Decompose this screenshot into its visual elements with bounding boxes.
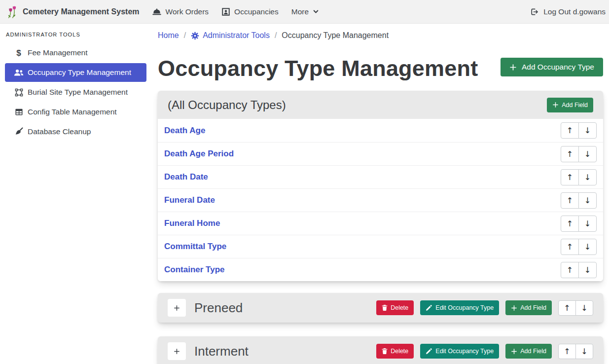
move-down-button[interactable]: ↓ <box>578 239 597 255</box>
move-down-button[interactable]: ↓ <box>578 192 597 209</box>
reorder-button-group: ↑↓ <box>561 169 597 185</box>
nav-item-label: More <box>291 7 309 16</box>
app-brand[interactable]: Cemetery Management System <box>7 5 140 19</box>
main-nav: Work OrdersOccupanciesMore <box>145 0 326 24</box>
sidebar-item-config-table-management[interactable]: Config Table Management <box>5 103 146 121</box>
sidebar-item-label: Config Table Management <box>28 108 117 116</box>
breadcrumb-item-administrator-tools[interactable]: Administrator Tools <box>191 31 270 40</box>
move-up-button[interactable]: ↑ <box>558 300 576 316</box>
sidebar-item-label: Burial Site Type Management <box>28 88 128 97</box>
move-down-button[interactable]: ↓ <box>578 122 597 139</box>
breadcrumb-item-home[interactable]: Home <box>158 31 179 40</box>
breadcrumb-item-occupancy-type-management: Occupancy Type Management <box>282 31 389 40</box>
reorder-button-group: ↑↓ <box>561 146 597 162</box>
delete-button[interactable]: Delete <box>376 300 414 315</box>
field-link-death-age[interactable]: Death Age <box>164 126 561 136</box>
nav-item-work-orders[interactable]: Work Orders <box>145 0 215 24</box>
sidebar-heading: ADMINISTRATOR TOOLS <box>0 24 150 43</box>
app-title: Cemetery Management System <box>23 7 140 16</box>
plus-icon-sm <box>511 348 517 355</box>
flower-logo-icon <box>7 5 18 19</box>
add-occupancy-type-button[interactable]: Add Occupancy Type <box>501 58 603 76</box>
page-title: Occupancy Type Management <box>158 56 478 81</box>
trash-icon <box>382 348 388 355</box>
logout-icon <box>530 7 539 16</box>
sidebar-item-fee-management[interactable]: $Fee Management <box>5 43 146 62</box>
sidebar-item-label: Fee Management <box>28 48 88 57</box>
field-link-funeral-date[interactable]: Funeral Date <box>164 195 561 205</box>
section-actions: DeleteEdit Occupancy TypeAdd Field↑↓ <box>376 300 593 316</box>
move-down-button[interactable]: ↓ <box>575 300 593 316</box>
field-row: Death Date↑↓ <box>158 165 603 188</box>
move-up-button[interactable]: ↑ <box>561 239 579 255</box>
section-actions: DeleteEdit Occupancy TypeAdd Field↑↓ <box>376 344 593 359</box>
hard-hat-icon <box>152 7 162 16</box>
chevron-down-icon <box>313 8 319 15</box>
move-up-button[interactable]: ↑ <box>561 192 579 209</box>
field-link-committal-type[interactable]: Committal Type <box>164 242 561 252</box>
field-row: Death Age Period↑↓ <box>158 142 603 165</box>
expand-button[interactable] <box>168 342 186 360</box>
breadcrumb: Home/Administrator Tools/Occupancy Type … <box>158 31 603 40</box>
add-field-button[interactable]: Add Field <box>505 300 552 315</box>
move-up-button[interactable]: ↑ <box>558 344 576 359</box>
sidebar-item-burial-site-type-management[interactable]: Burial Site Type Management <box>5 83 146 102</box>
section-title: Preneed <box>194 300 243 316</box>
breadcrumb-label: Occupancy Type Management <box>282 31 389 39</box>
field-row: Funeral Date↑↓ <box>158 188 603 212</box>
nav-item-occupancies[interactable]: Occupancies <box>215 0 285 24</box>
move-down-button[interactable]: ↓ <box>578 169 597 185</box>
main-content: Home/Administrator Tools/Occupancy Type … <box>150 24 609 364</box>
plus-icon-sm <box>511 305 517 311</box>
card-header: (All Occupancy Types) Add Field <box>158 91 603 119</box>
breadcrumb-label: Home <box>158 31 179 40</box>
move-up-button[interactable]: ↑ <box>561 262 579 278</box>
dollar-icon: $ <box>14 49 24 57</box>
field-row: Funeral Home↑↓ <box>158 212 603 235</box>
move-up-button[interactable]: ↑ <box>561 216 579 232</box>
sidebar-item-label: Database Cleanup <box>28 127 91 136</box>
reorder-button-group: ↑↓ <box>561 262 597 278</box>
page-header: Occupancy Type Management Add Occupancy … <box>158 56 603 81</box>
pencil-icon <box>426 304 432 311</box>
delete-button[interactable]: Delete <box>376 344 414 359</box>
pencil-icon <box>426 348 432 355</box>
reorder-button-group: ↑↓ <box>558 344 593 359</box>
move-down-button[interactable]: ↓ <box>578 216 597 232</box>
field-link-funeral-home[interactable]: Funeral Home <box>164 218 561 228</box>
plus-icon <box>509 64 517 71</box>
occupancies-icon <box>221 7 230 16</box>
sidebar-item-label: Occupancy Type Management <box>28 68 131 77</box>
all-occupancy-types-card: (All Occupancy Types) Add Field Death Ag… <box>158 91 603 281</box>
field-link-container-type[interactable]: Container Type <box>164 265 561 275</box>
expand-button[interactable] <box>168 299 186 317</box>
logout-label: Log Out d.gowans <box>543 7 606 16</box>
move-up-button[interactable]: ↑ <box>561 146 579 162</box>
move-up-button[interactable]: ↑ <box>561 122 579 139</box>
edit-occupancy-type-button[interactable]: Edit Occupancy Type <box>420 344 499 359</box>
field-row: Death Age↑↓ <box>158 119 603 142</box>
trash-icon <box>382 304 388 311</box>
field-link-death-age-period[interactable]: Death Age Period <box>164 149 561 159</box>
occupancy-type-section-interment: IntermentDeleteEdit Occupancy TypeAdd Fi… <box>158 336 603 364</box>
section-title: Interment <box>194 344 249 359</box>
edit-occupancy-type-button[interactable]: Edit Occupancy Type <box>420 300 499 315</box>
nav-item-more[interactable]: More <box>285 0 325 24</box>
breadcrumb-separator: / <box>179 31 191 40</box>
occupancy-type-section-preneed: PreneedDeleteEdit Occupancy TypeAdd Fiel… <box>158 293 603 323</box>
move-down-button[interactable]: ↓ <box>575 344 593 359</box>
logout-button[interactable]: Log Out d.gowans <box>530 7 606 16</box>
add-field-button[interactable]: Add Field <box>547 98 593 112</box>
add-field-button[interactable]: Add Field <box>505 344 552 359</box>
sidebar-item-occupancy-type-management[interactable]: Occupancy Type Management <box>5 63 146 82</box>
plus-icon-sm <box>174 348 180 355</box>
move-down-button[interactable]: ↓ <box>578 146 597 162</box>
users-icon <box>14 69 24 77</box>
move-up-button[interactable]: ↑ <box>561 169 579 185</box>
field-link-death-date[interactable]: Death Date <box>164 172 561 182</box>
breadcrumb-separator: / <box>270 31 282 40</box>
plus-icon-sm <box>174 305 180 311</box>
sidebar-item-database-cleanup[interactable]: Database Cleanup <box>5 122 146 141</box>
reorder-button-group: ↑↓ <box>561 216 597 232</box>
move-down-button[interactable]: ↓ <box>578 262 597 278</box>
